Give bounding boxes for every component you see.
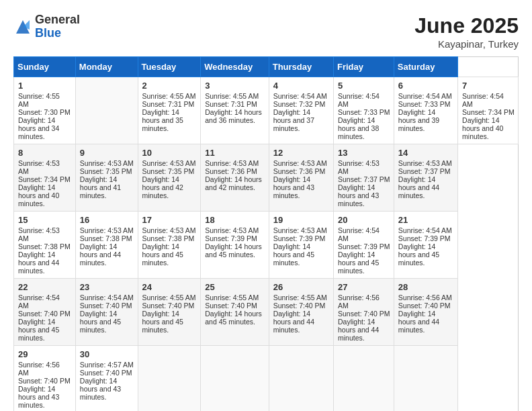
day-number: 10	[142, 148, 197, 158]
calendar-cell-4: 4Sunrise: 4:54 AMSunset: 7:32 PMDaylight…	[269, 77, 333, 144]
daylight-text: Daylight: 14 hours and 45 minutes.	[205, 310, 262, 326]
column-header-tuesday: Tuesday	[138, 57, 201, 77]
sunset-text: Sunset: 7:35 PM	[142, 167, 195, 175]
calendar-cell-empty	[269, 346, 333, 412]
day-number: 4	[273, 81, 330, 91]
sunset-text: Sunset: 7:35 PM	[80, 167, 132, 175]
day-number: 17	[142, 215, 197, 225]
sunset-text: Sunset: 7:40 PM	[273, 302, 326, 310]
day-number: 25	[205, 282, 265, 292]
daylight-text: Daylight: 14 hours and 44 minutes.	[338, 318, 379, 342]
calendar-cell-6: 6Sunrise: 4:54 AMSunset: 7:33 PMDaylight…	[394, 77, 457, 144]
calendar-cell-27: 27Sunrise: 4:56 AMSunset: 7:40 PMDayligh…	[333, 279, 394, 346]
day-number: 28	[398, 282, 454, 292]
sunrise-text: Sunrise: 4:57 AM	[80, 361, 134, 369]
day-number: 18	[205, 215, 265, 225]
calendar-cell-17: 17Sunrise: 4:53 AMSunset: 7:38 PMDayligh…	[138, 212, 201, 279]
sunset-text: Sunset: 7:38 PM	[142, 234, 195, 242]
daylight-text: Daylight: 14 hours and 39 minutes.	[398, 108, 439, 132]
day-number: 16	[80, 215, 134, 225]
sunrise-text: Sunrise: 4:55 AM	[18, 92, 60, 108]
daylight-text: Daylight: 14 hours and 38 minutes.	[338, 116, 379, 140]
calendar-cell-empty	[201, 346, 269, 412]
sunset-text: Sunset: 7:40 PM	[18, 310, 71, 318]
sunset-text: Sunset: 7:39 PM	[273, 234, 326, 242]
month-year-title: June 2025	[414, 13, 519, 38]
sunset-text: Sunset: 7:37 PM	[398, 167, 451, 175]
calendar-cell-14: 14Sunrise: 4:53 AMSunset: 7:37 PMDayligh…	[394, 144, 457, 212]
day-number: 9	[80, 148, 134, 158]
calendar-table: SundayMondayTuesdayWednesdayThursdayFrid…	[13, 56, 519, 411]
calendar-header-row: SundayMondayTuesdayWednesdayThursdayFrid…	[14, 57, 519, 77]
daylight-text: Daylight: 14 hours and 43 minutes.	[273, 175, 314, 199]
column-header-friday: Friday	[333, 57, 394, 77]
sunrise-text: Sunrise: 4:53 AM	[273, 159, 327, 167]
sunset-text: Sunset: 7:39 PM	[398, 234, 451, 242]
day-number: 20	[338, 215, 390, 225]
calendar-cell-19: 19Sunrise: 4:53 AMSunset: 7:39 PMDayligh…	[269, 212, 333, 279]
calendar-cell-30: 30Sunrise: 4:57 AMSunset: 7:40 PMDayligh…	[75, 346, 138, 412]
sunrise-text: Sunrise: 4:54 AM	[338, 92, 380, 108]
sunset-text: Sunset: 7:39 PM	[205, 234, 257, 242]
logo-icon	[13, 17, 32, 36]
calendar-cell-10: 10Sunrise: 4:53 AMSunset: 7:35 PMDayligh…	[138, 144, 201, 212]
sunrise-text: Sunrise: 4:53 AM	[398, 159, 452, 167]
daylight-text: Daylight: 14 hours and 44 minutes.	[18, 250, 59, 275]
calendar-cell-25: 25Sunrise: 4:55 AMSunset: 7:40 PMDayligh…	[201, 279, 269, 346]
calendar-cell-empty	[75, 77, 138, 144]
sunrise-text: Sunrise: 4:53 AM	[205, 159, 259, 167]
daylight-text: Daylight: 14 hours and 45 minutes.	[142, 242, 183, 267]
sunrise-text: Sunrise: 4:54 AM	[338, 226, 380, 242]
calendar-cell-24: 24Sunrise: 4:55 AMSunset: 7:40 PMDayligh…	[138, 279, 201, 346]
daylight-text: Daylight: 14 hours and 36 minutes.	[205, 108, 262, 124]
sunset-text: Sunset: 7:40 PM	[80, 369, 132, 377]
sunset-text: Sunset: 7:40 PM	[398, 302, 451, 310]
calendar-week-5: 29Sunrise: 4:56 AMSunset: 7:40 PMDayligh…	[14, 346, 519, 412]
day-number: 5	[338, 81, 390, 91]
sunset-text: Sunset: 7:31 PM	[142, 100, 195, 108]
daylight-text: Daylight: 14 hours and 45 minutes.	[80, 310, 121, 334]
day-number: 8	[18, 148, 72, 158]
daylight-text: Daylight: 14 hours and 44 minutes.	[273, 310, 314, 334]
calendar-week-2: 8Sunrise: 4:53 AMSunset: 7:34 PMDaylight…	[14, 144, 519, 212]
sunrise-text: Sunrise: 4:53 AM	[18, 159, 60, 175]
calendar-cell-empty	[333, 346, 394, 412]
day-number: 29	[18, 349, 72, 359]
daylight-text: Daylight: 14 hours and 42 minutes.	[205, 175, 262, 191]
sunrise-text: Sunrise: 4:54 AM	[462, 92, 504, 108]
calendar-cell-20: 20Sunrise: 4:54 AMSunset: 7:39 PMDayligh…	[333, 212, 394, 279]
day-number: 15	[18, 215, 72, 225]
calendar-cell-18: 18Sunrise: 4:53 AMSunset: 7:39 PMDayligh…	[201, 212, 269, 279]
sunset-text: Sunset: 7:40 PM	[80, 302, 132, 310]
sunset-text: Sunset: 7:39 PM	[338, 242, 390, 250]
calendar-week-3: 15Sunrise: 4:53 AMSunset: 7:38 PMDayligh…	[14, 212, 519, 279]
calendar-cell-16: 16Sunrise: 4:53 AMSunset: 7:38 PMDayligh…	[75, 212, 138, 279]
sunset-text: Sunset: 7:40 PM	[142, 302, 195, 310]
day-number: 7	[462, 81, 515, 91]
day-number: 26	[273, 282, 330, 292]
day-number: 2	[142, 81, 197, 91]
calendar-cell-empty	[394, 346, 457, 412]
calendar-cell-5: 5Sunrise: 4:54 AMSunset: 7:33 PMDaylight…	[333, 77, 394, 144]
calendar-week-1: 1Sunrise: 4:55 AMSunset: 7:30 PMDaylight…	[14, 77, 519, 144]
sunset-text: Sunset: 7:34 PM	[462, 108, 515, 116]
sunset-text: Sunset: 7:40 PM	[205, 302, 257, 310]
sunrise-text: Sunrise: 4:55 AM	[205, 293, 259, 302]
day-number: 6	[398, 81, 454, 91]
page-header: General Blue June 2025 Kayapinar, Turkey	[13, 13, 519, 50]
location-subtitle: Kayapinar, Turkey	[414, 38, 519, 50]
sunrise-text: Sunrise: 4:54 AM	[80, 293, 134, 302]
day-number: 12	[273, 148, 330, 158]
calendar-cell-12: 12Sunrise: 4:53 AMSunset: 7:36 PMDayligh…	[269, 144, 333, 212]
sunrise-text: Sunrise: 4:54 AM	[273, 92, 327, 100]
sunrise-text: Sunrise: 4:53 AM	[338, 159, 380, 175]
sunrise-text: Sunrise: 4:56 AM	[398, 293, 452, 302]
daylight-text: Daylight: 14 hours and 45 minutes.	[142, 310, 183, 334]
calendar-cell-22: 22Sunrise: 4:54 AMSunset: 7:40 PMDayligh…	[14, 279, 76, 346]
sunset-text: Sunset: 7:30 PM	[18, 108, 71, 116]
column-header-saturday: Saturday	[394, 57, 457, 77]
calendar-cell-7: 7Sunrise: 4:54 AMSunset: 7:34 PMDaylight…	[458, 77, 519, 144]
calendar-week-4: 22Sunrise: 4:54 AMSunset: 7:40 PMDayligh…	[14, 279, 519, 346]
title-block: June 2025 Kayapinar, Turkey	[414, 13, 519, 50]
sunrise-text: Sunrise: 4:54 AM	[398, 226, 452, 234]
